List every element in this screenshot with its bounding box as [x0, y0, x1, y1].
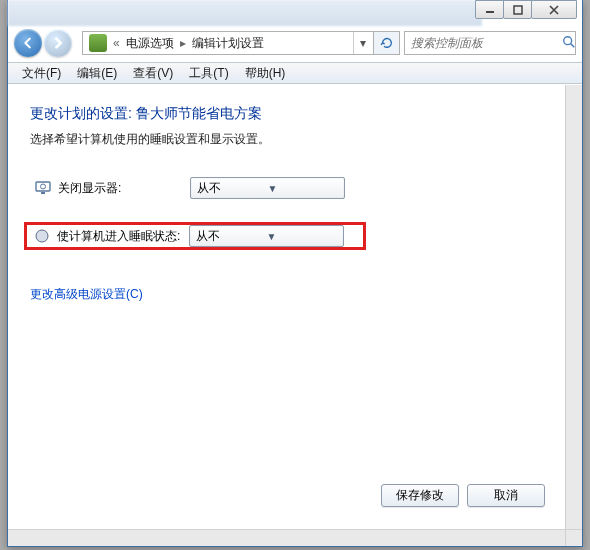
chevron-down-icon: ▼ [267, 231, 338, 242]
svg-point-5 [41, 184, 46, 189]
refresh-button[interactable] [374, 31, 400, 55]
advanced-settings-link[interactable]: 更改高级电源设置(C) [30, 286, 143, 303]
forward-button[interactable] [44, 29, 72, 57]
svg-point-2 [564, 36, 572, 44]
titlebar-blur [8, 0, 482, 26]
breadcrumb-item[interactable]: 编辑计划设置 [188, 35, 268, 52]
chevron-down-icon: ▼ [268, 183, 339, 194]
scroll-corner [565, 529, 582, 546]
breadcrumb-dropdown[interactable]: ▾ [353, 32, 371, 54]
menubar: 文件(F) 编辑(E) 查看(V) 工具(T) 帮助(H) [8, 62, 582, 84]
minimize-button[interactable] [475, 0, 504, 19]
chevron-right-icon: ▸ [178, 36, 188, 50]
breadcrumb[interactable]: « 电源选项 ▸ 编辑计划设置 ▾ [82, 31, 374, 55]
svg-rect-3 [36, 182, 50, 191]
horizontal-scrollbar[interactable] [8, 529, 565, 546]
breadcrumb-item[interactable]: 电源选项 [122, 35, 178, 52]
content-area: 更改计划的设置: 鲁大师节能省电方案 选择希望计算机使用的睡眠设置和显示设置。 … [8, 85, 565, 529]
close-button[interactable] [531, 0, 577, 19]
moon-icon [33, 227, 51, 245]
svg-rect-0 [486, 11, 494, 13]
svg-rect-4 [41, 192, 45, 194]
display-off-combo[interactable]: 从不 ▼ [190, 177, 345, 199]
setting-row-sleep: 使计算机进入睡眠状态: 从不 ▼ [24, 222, 366, 250]
svg-point-6 [36, 230, 48, 242]
page-subtitle: 选择希望计算机使用的睡眠设置和显示设置。 [30, 131, 543, 148]
window-controls [476, 0, 577, 20]
menu-edit[interactable]: 编辑(E) [69, 65, 125, 82]
nav-row: « 电源选项 ▸ 编辑计划设置 ▾ [8, 26, 582, 60]
dialog-buttons: 保存修改 取消 [381, 484, 545, 507]
combo-value: 从不 [196, 228, 267, 245]
svg-rect-1 [514, 6, 522, 14]
menu-view[interactable]: 查看(V) [125, 65, 181, 82]
setting-row-display: 关闭显示器: 从不 ▼ [30, 174, 543, 202]
search-icon[interactable] [562, 35, 576, 52]
combo-value: 从不 [197, 180, 268, 197]
cancel-button[interactable]: 取消 [467, 484, 545, 507]
monitor-icon [34, 179, 52, 197]
search-input[interactable] [411, 36, 562, 50]
breadcrumb-sep: « [111, 36, 122, 50]
menu-file[interactable]: 文件(F) [14, 65, 69, 82]
page-title: 更改计划的设置: 鲁大师节能省电方案 [30, 105, 543, 123]
maximize-button[interactable] [503, 0, 532, 19]
search-box[interactable] [404, 31, 576, 55]
display-off-label: 关闭显示器: [58, 180, 190, 197]
sleep-label: 使计算机进入睡眠状态: [57, 228, 189, 245]
menu-help[interactable]: 帮助(H) [237, 65, 294, 82]
vertical-scrollbar[interactable] [565, 85, 582, 529]
save-button[interactable]: 保存修改 [381, 484, 459, 507]
control-panel-icon [89, 34, 107, 52]
menu-tools[interactable]: 工具(T) [181, 65, 236, 82]
back-button[interactable] [14, 29, 42, 57]
sleep-combo[interactable]: 从不 ▼ [189, 225, 344, 247]
control-panel-window: « 电源选项 ▸ 编辑计划设置 ▾ 文件(F) 编辑(E) 查看(V) 工具(T… [7, 0, 583, 547]
